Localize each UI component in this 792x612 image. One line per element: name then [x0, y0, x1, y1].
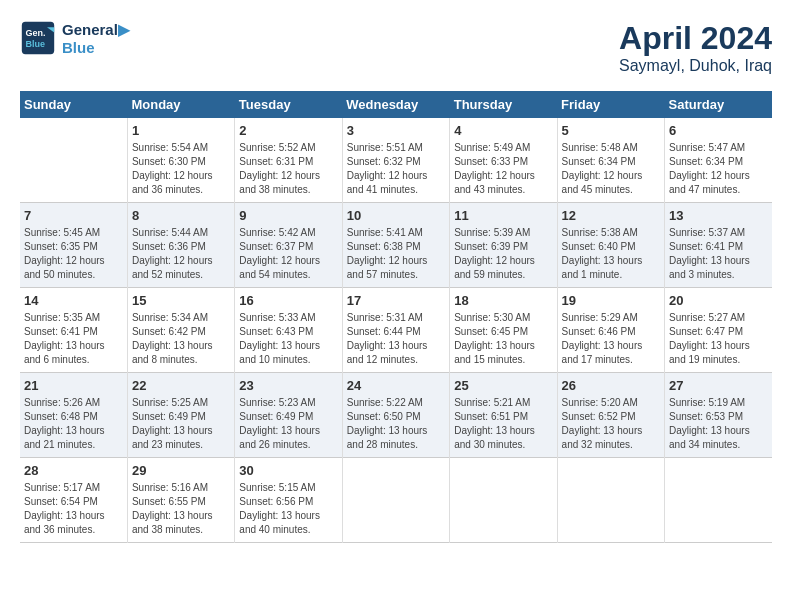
calendar-cell: 5Sunrise: 5:48 AM Sunset: 6:34 PM Daylig… [557, 118, 664, 203]
day-number: 29 [132, 463, 230, 478]
title-block: April 2024 Saymayl, Duhok, Iraq [619, 20, 772, 75]
day-info: Sunrise: 5:17 AM Sunset: 6:54 PM Dayligh… [24, 481, 123, 537]
day-number: 13 [669, 208, 768, 223]
day-info: Sunrise: 5:21 AM Sunset: 6:51 PM Dayligh… [454, 396, 552, 452]
day-info: Sunrise: 5:39 AM Sunset: 6:39 PM Dayligh… [454, 226, 552, 282]
week-row: 28Sunrise: 5:17 AM Sunset: 6:54 PM Dayli… [20, 458, 772, 543]
calendar-cell: 19Sunrise: 5:29 AM Sunset: 6:46 PM Dayli… [557, 288, 664, 373]
calendar-cell: 7Sunrise: 5:45 AM Sunset: 6:35 PM Daylig… [20, 203, 127, 288]
day-number: 21 [24, 378, 123, 393]
calendar-cell: 10Sunrise: 5:41 AM Sunset: 6:38 PM Dayli… [342, 203, 449, 288]
day-info: Sunrise: 5:20 AM Sunset: 6:52 PM Dayligh… [562, 396, 660, 452]
day-number: 19 [562, 293, 660, 308]
day-info: Sunrise: 5:51 AM Sunset: 6:32 PM Dayligh… [347, 141, 445, 197]
weekday-header: Saturday [665, 91, 772, 118]
day-info: Sunrise: 5:15 AM Sunset: 6:56 PM Dayligh… [239, 481, 337, 537]
calendar-cell: 12Sunrise: 5:38 AM Sunset: 6:40 PM Dayli… [557, 203, 664, 288]
day-info: Sunrise: 5:29 AM Sunset: 6:46 PM Dayligh… [562, 311, 660, 367]
calendar-cell [557, 458, 664, 543]
weekday-header-row: SundayMondayTuesdayWednesdayThursdayFrid… [20, 91, 772, 118]
weekday-header: Tuesday [235, 91, 342, 118]
calendar-cell [20, 118, 127, 203]
day-number: 1 [132, 123, 230, 138]
calendar-cell [665, 458, 772, 543]
day-info: Sunrise: 5:42 AM Sunset: 6:37 PM Dayligh… [239, 226, 337, 282]
day-info: Sunrise: 5:45 AM Sunset: 6:35 PM Dayligh… [24, 226, 123, 282]
calendar-cell: 11Sunrise: 5:39 AM Sunset: 6:39 PM Dayli… [450, 203, 557, 288]
day-number: 8 [132, 208, 230, 223]
day-number: 18 [454, 293, 552, 308]
day-number: 27 [669, 378, 768, 393]
day-info: Sunrise: 5:35 AM Sunset: 6:41 PM Dayligh… [24, 311, 123, 367]
weekday-header: Monday [127, 91, 234, 118]
day-number: 28 [24, 463, 123, 478]
day-info: Sunrise: 5:23 AM Sunset: 6:49 PM Dayligh… [239, 396, 337, 452]
week-row: 21Sunrise: 5:26 AM Sunset: 6:48 PM Dayli… [20, 373, 772, 458]
day-number: 26 [562, 378, 660, 393]
month-title: April 2024 [619, 20, 772, 57]
day-number: 22 [132, 378, 230, 393]
weekday-header: Friday [557, 91, 664, 118]
calendar-cell: 24Sunrise: 5:22 AM Sunset: 6:50 PM Dayli… [342, 373, 449, 458]
calendar-cell: 30Sunrise: 5:15 AM Sunset: 6:56 PM Dayli… [235, 458, 342, 543]
day-info: Sunrise: 5:47 AM Sunset: 6:34 PM Dayligh… [669, 141, 768, 197]
logo-icon: Gen. Blue [20, 20, 56, 56]
calendar-table: SundayMondayTuesdayWednesdayThursdayFrid… [20, 91, 772, 543]
day-info: Sunrise: 5:34 AM Sunset: 6:42 PM Dayligh… [132, 311, 230, 367]
calendar-cell: 20Sunrise: 5:27 AM Sunset: 6:47 PM Dayli… [665, 288, 772, 373]
day-info: Sunrise: 5:19 AM Sunset: 6:53 PM Dayligh… [669, 396, 768, 452]
calendar-cell: 29Sunrise: 5:16 AM Sunset: 6:55 PM Dayli… [127, 458, 234, 543]
day-info: Sunrise: 5:22 AM Sunset: 6:50 PM Dayligh… [347, 396, 445, 452]
calendar-cell: 17Sunrise: 5:31 AM Sunset: 6:44 PM Dayli… [342, 288, 449, 373]
calendar-cell: 6Sunrise: 5:47 AM Sunset: 6:34 PM Daylig… [665, 118, 772, 203]
calendar-cell: 15Sunrise: 5:34 AM Sunset: 6:42 PM Dayli… [127, 288, 234, 373]
calendar-cell [342, 458, 449, 543]
calendar-cell: 4Sunrise: 5:49 AM Sunset: 6:33 PM Daylig… [450, 118, 557, 203]
day-info: Sunrise: 5:31 AM Sunset: 6:44 PM Dayligh… [347, 311, 445, 367]
day-info: Sunrise: 5:25 AM Sunset: 6:49 PM Dayligh… [132, 396, 230, 452]
calendar-cell: 18Sunrise: 5:30 AM Sunset: 6:45 PM Dayli… [450, 288, 557, 373]
day-info: Sunrise: 5:48 AM Sunset: 6:34 PM Dayligh… [562, 141, 660, 197]
day-number: 2 [239, 123, 337, 138]
svg-text:Gen.: Gen. [25, 28, 45, 38]
page-header: Gen. Blue General▶ Blue April 2024 Sayma… [20, 20, 772, 75]
day-number: 9 [239, 208, 337, 223]
svg-text:Blue: Blue [25, 39, 45, 49]
logo: Gen. Blue General▶ Blue [20, 20, 130, 56]
week-row: 1Sunrise: 5:54 AM Sunset: 6:30 PM Daylig… [20, 118, 772, 203]
calendar-cell: 1Sunrise: 5:54 AM Sunset: 6:30 PM Daylig… [127, 118, 234, 203]
day-number: 20 [669, 293, 768, 308]
weekday-header: Thursday [450, 91, 557, 118]
week-row: 7Sunrise: 5:45 AM Sunset: 6:35 PM Daylig… [20, 203, 772, 288]
day-info: Sunrise: 5:30 AM Sunset: 6:45 PM Dayligh… [454, 311, 552, 367]
day-number: 10 [347, 208, 445, 223]
day-number: 16 [239, 293, 337, 308]
day-info: Sunrise: 5:33 AM Sunset: 6:43 PM Dayligh… [239, 311, 337, 367]
week-row: 14Sunrise: 5:35 AM Sunset: 6:41 PM Dayli… [20, 288, 772, 373]
day-info: Sunrise: 5:27 AM Sunset: 6:47 PM Dayligh… [669, 311, 768, 367]
day-info: Sunrise: 5:49 AM Sunset: 6:33 PM Dayligh… [454, 141, 552, 197]
calendar-cell: 22Sunrise: 5:25 AM Sunset: 6:49 PM Dayli… [127, 373, 234, 458]
calendar-cell: 27Sunrise: 5:19 AM Sunset: 6:53 PM Dayli… [665, 373, 772, 458]
day-number: 6 [669, 123, 768, 138]
day-info: Sunrise: 5:37 AM Sunset: 6:41 PM Dayligh… [669, 226, 768, 282]
calendar-cell: 21Sunrise: 5:26 AM Sunset: 6:48 PM Dayli… [20, 373, 127, 458]
day-number: 30 [239, 463, 337, 478]
day-info: Sunrise: 5:41 AM Sunset: 6:38 PM Dayligh… [347, 226, 445, 282]
calendar-cell: 9Sunrise: 5:42 AM Sunset: 6:37 PM Daylig… [235, 203, 342, 288]
weekday-header: Sunday [20, 91, 127, 118]
calendar-cell: 2Sunrise: 5:52 AM Sunset: 6:31 PM Daylig… [235, 118, 342, 203]
day-info: Sunrise: 5:16 AM Sunset: 6:55 PM Dayligh… [132, 481, 230, 537]
day-number: 14 [24, 293, 123, 308]
weekday-header: Wednesday [342, 91, 449, 118]
calendar-cell: 28Sunrise: 5:17 AM Sunset: 6:54 PM Dayli… [20, 458, 127, 543]
day-number: 24 [347, 378, 445, 393]
day-number: 25 [454, 378, 552, 393]
calendar-cell: 3Sunrise: 5:51 AM Sunset: 6:32 PM Daylig… [342, 118, 449, 203]
day-number: 3 [347, 123, 445, 138]
day-number: 11 [454, 208, 552, 223]
day-info: Sunrise: 5:52 AM Sunset: 6:31 PM Dayligh… [239, 141, 337, 197]
calendar-cell: 26Sunrise: 5:20 AM Sunset: 6:52 PM Dayli… [557, 373, 664, 458]
day-number: 12 [562, 208, 660, 223]
day-number: 5 [562, 123, 660, 138]
